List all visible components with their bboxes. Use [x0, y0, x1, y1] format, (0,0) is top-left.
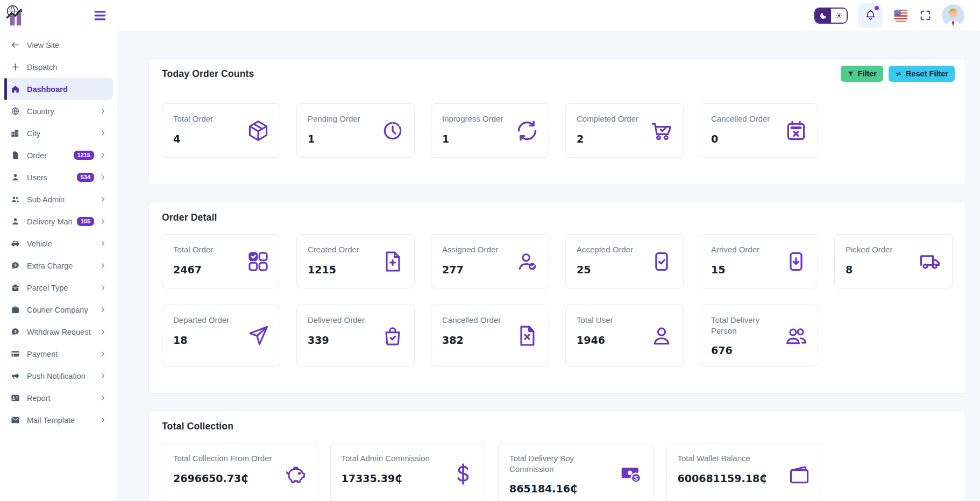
sidebar-item-label: Order	[27, 151, 74, 160]
calendar-x-icon	[784, 119, 808, 143]
notification-dot	[875, 6, 879, 10]
light-mode-segment[interactable]	[831, 9, 847, 23]
bag-check-icon	[381, 324, 404, 348]
reset-filter-button[interactable]: Reset Filter	[889, 66, 955, 82]
sidebar-item-label: Delivery Man	[27, 217, 77, 226]
section-title: Order Detail	[162, 212, 953, 223]
sidebar-item-label: Dispatch	[27, 63, 106, 72]
sidebar-item[interactable]: Sub Admin	[4, 188, 113, 210]
stat-card: Created Order 1215	[296, 234, 415, 288]
moon-icon	[819, 11, 828, 20]
piggy-bank-icon	[283, 462, 307, 486]
chevron-right-icon	[100, 417, 106, 424]
svg-text:$: $	[15, 263, 17, 267]
sidebar-item[interactable]: $ Withdraw Request	[4, 321, 113, 343]
sidebar-item[interactable]: $ Payment	[4, 343, 113, 365]
sidebar-item-label: Extra Charge	[27, 262, 100, 270]
parcel-icon	[11, 283, 20, 292]
sidebar-item-label: View Site	[27, 41, 106, 50]
sidebar-item[interactable]: Mail Template	[4, 409, 113, 431]
sidebar-item-label: Parcel Type	[27, 284, 100, 292]
filter-button[interactable]: Filter	[841, 66, 883, 82]
megaphone-icon	[11, 371, 20, 380]
car-icon	[11, 239, 20, 248]
sidebar-item-label: Vehicle	[27, 239, 100, 248]
sidebar-item[interactable]: Order 1215	[4, 144, 113, 166]
today-cards: Total Order 4 Pending Order 1 Inprogress…	[162, 103, 953, 158]
stat-card: Completed Order 2	[565, 103, 684, 158]
sidebar-item[interactable]: Delivery Man 105	[4, 210, 113, 232]
stat-card: Total Wallet Balance 600681159.18₵	[666, 443, 822, 501]
chevron-right-icon	[100, 306, 106, 313]
stat-card: Total Collection From Order 2696650.73₵	[162, 443, 317, 501]
send-icon	[246, 324, 270, 348]
users-outline-icon	[784, 324, 808, 348]
funnel-icon	[847, 70, 854, 77]
today-order-counts-panel: Today Order Counts Filter Reset Filter T…	[148, 58, 966, 185]
sidebar-item[interactable]: Parcel Type	[4, 277, 113, 299]
id-card-icon	[11, 393, 20, 403]
count-badge: 105	[77, 217, 94, 226]
sidebar-item[interactable]: Country	[4, 100, 113, 122]
chevron-right-icon	[100, 152, 106, 159]
stat-card: Delivered Order 339	[296, 305, 415, 366]
stat-card: Cancelled Order 382	[431, 305, 549, 366]
sidebar-item-label: Dashboard	[27, 85, 106, 94]
sidebar-item-label: Push Notification	[27, 372, 100, 380]
notifications-button[interactable]	[858, 3, 883, 28]
user-icon	[11, 173, 20, 182]
avatar-image[interactable]	[942, 4, 964, 27]
sync-icon	[515, 119, 539, 143]
sidebar-item-label: Payment	[27, 350, 100, 358]
count-badge: 534	[77, 173, 94, 182]
sidebar-item[interactable]: View Site	[4, 34, 113, 56]
chevron-right-icon	[100, 218, 106, 225]
users-icon	[11, 195, 20, 204]
card-down-icon	[784, 250, 808, 273]
stat-card: Pending Order 1	[296, 103, 415, 158]
sidebar-item[interactable]: Report	[4, 387, 113, 409]
section-title: Total Collection	[162, 421, 953, 432]
chevron-right-icon	[100, 108, 106, 115]
dark-mode-segment[interactable]	[815, 9, 831, 23]
sidebar-item[interactable]: Courier Company	[4, 299, 113, 321]
logo-icon[interactable]	[4, 3, 28, 28]
sidebar-item[interactable]: Push Notification	[4, 365, 113, 387]
globe-icon	[11, 107, 20, 116]
sidebar-item-label: Report	[27, 394, 100, 403]
home-icon	[11, 84, 20, 94]
comment-dollar-icon: $	[11, 261, 20, 270]
sidebar-item-label: Users	[27, 173, 77, 182]
sidebar-item-label: Courier Company	[27, 306, 100, 314]
theme-toggle[interactable]	[814, 8, 848, 24]
cube-icon	[246, 119, 270, 143]
sidebar-item[interactable]: Vehicle	[4, 232, 113, 255]
sidebar-item[interactable]: $ Extra Charge	[4, 255, 113, 277]
cart-check-icon	[650, 119, 673, 143]
truck-icon	[919, 250, 942, 273]
sidebar: View Site Dispatch Dashboard Country Cit	[0, 31, 117, 501]
grid-check-icon	[246, 250, 270, 273]
chevron-right-icon	[100, 328, 106, 335]
topbar-left	[0, 3, 117, 28]
sun-icon	[835, 11, 843, 20]
credit-card-icon: $	[11, 349, 20, 358]
sidebar-item[interactable]: Users 534	[4, 166, 113, 188]
stat-card: Total User 1946	[565, 305, 684, 366]
sidebar-item[interactable]: Dispatch	[4, 56, 113, 78]
sidebar-item[interactable]: Dashboard	[4, 78, 113, 100]
us-flag-icon[interactable]	[893, 8, 909, 24]
user-check-icon	[515, 250, 539, 273]
total-collection-cards: Total Collection From Order 2696650.73₵ …	[162, 443, 821, 501]
sidebar-item[interactable]: City	[4, 122, 113, 144]
chevron-right-icon	[100, 394, 106, 401]
delivery-man-icon	[11, 217, 20, 226]
clock-icon	[381, 119, 404, 143]
svg-text:$: $	[634, 474, 637, 482]
stat-card: Total Order 2467	[162, 234, 280, 288]
dollar-icon	[451, 462, 475, 486]
menu-icon[interactable]	[91, 8, 109, 23]
user-outline-icon	[650, 324, 673, 348]
sidebar-item-label: Sub Admin	[27, 195, 100, 204]
fullscreen-icon[interactable]	[919, 9, 932, 22]
